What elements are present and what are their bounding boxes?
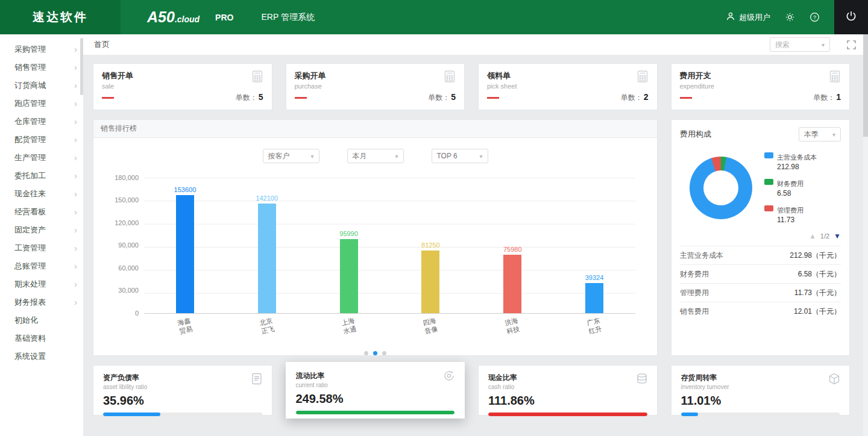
bar-haixin[interactable]: 153600 [163,186,207,313]
page-scrollbar[interactable] [863,34,868,436]
brand-suffix: .cloud [175,14,200,24]
sidebar-item-business-board[interactable]: 经营看板› [0,203,83,221]
main-area: 首页 搜索 ▾ 销售开单 sale [83,34,868,436]
chevron-right-icon: › [74,190,77,198]
legend-item[interactable]: 管理费用11.73 [764,204,817,224]
logout-power-button[interactable] [834,0,868,34]
bar-sihai[interactable]: 81250 [409,241,452,313]
sidebar-item-period-end[interactable]: 期末处理› [0,275,83,293]
x-axis-label: 洪海科技 [489,313,535,339]
expense-row[interactable]: 销售费用12.01（千元） [680,302,841,320]
accent-dash [295,97,307,99]
kpi-current-ratio[interactable]: 流动比率 current ratio 249.58% [286,362,465,419]
stat-card-expenditure[interactable]: 费用开支 expenditure 单数：1 [671,63,851,110]
pager-up-icon[interactable]: ▲ [809,232,816,240]
bar-rect [258,204,276,313]
calculator-icon [251,70,264,86]
bar-beijing[interactable]: 142100 [245,195,289,313]
y-axis-tick: 120,000 [115,219,139,226]
sidebar-item-store-run[interactable]: 跑店管理› [0,95,83,113]
brand-name: A50 [147,8,175,26]
user-name: 超级用户 [739,12,770,23]
filter-period-select[interactable]: 本月▾ [347,149,404,163]
header-actions: 超级用户 ? [726,0,868,34]
filter-by-customer-select[interactable]: 按客户▾ [263,149,319,163]
sidebar-item-production[interactable]: 生产管理› [0,149,83,167]
sidebar-item-sales[interactable]: 销售管理› [0,58,83,76]
help-icon[interactable]: ? [810,12,820,22]
donut-legend: 主营业务成本212.98 财务费用6.58 管理费用11.73 [764,151,817,224]
stat-card-pick-sheet[interactable]: 领料单 pick sheet 单数：2 [478,63,658,110]
cycle-arrow-icon [442,369,456,385]
stat-card-purchase[interactable]: 采购开单 purchase 单数：5 [286,63,465,110]
kpi-cash-ratio[interactable]: 现金比率 cash ratio 111.86% [478,365,658,416]
sidebar-item-purchase[interactable]: 采购管理› [0,40,83,58]
sidebar-item-order-mall[interactable]: 订货商城› [0,76,83,95]
chevron-right-icon: › [74,45,77,54]
user-menu[interactable]: 超级用户 [726,11,770,23]
breadcrumb-home-tab[interactable]: 首页 [94,39,110,50]
x-axis-label: 海鑫贸易 [162,313,208,339]
carousel-dot-3[interactable] [382,351,386,355]
chevron-down-icon: ▾ [395,153,398,160]
bar-shanghai[interactable]: 95990 [327,230,371,313]
accent-dash [487,97,499,99]
legend-item[interactable]: 财务费用6.58 [764,178,817,198]
sidebar-item-fixed-assets[interactable]: 固定资产› [0,221,83,239]
chevron-right-icon: › [74,135,77,144]
sidebar-item-initialization[interactable]: 初始化 [0,311,83,329]
sidebar-item-distribution[interactable]: 配货管理› [0,131,83,149]
legend-swatch [764,205,773,211]
chevron-right-icon: › [74,154,77,162]
edition-label: PRO [215,13,233,22]
y-axis-tick: 0 [135,310,139,317]
search-input[interactable]: 搜索 ▾ [770,37,830,52]
settings-gear-icon[interactable] [785,12,795,22]
sidebar-item-system-settings[interactable]: 系统设置 [0,347,83,366]
x-axis-labels: 海鑫贸易 北京正飞 上海水通 四海音像 洪海科技 广东红升 [144,318,635,335]
sidebar-item-outsourcing[interactable]: 委托加工› [0,167,83,185]
carousel-dot-2-active[interactable] [373,351,377,355]
stat-card-sale[interactable]: 销售开单 sale 单数：5 [93,63,272,110]
progress-fill [296,411,455,414]
kpi-asset-liability-ratio[interactable]: 资产负债率 asset libility ratio 35.96% [93,365,272,416]
sidebar-item-cash[interactable]: 现金往来› [0,185,83,203]
chevron-right-icon: › [74,280,77,288]
scrollbar-thumb[interactable] [863,34,868,137]
sidebar-item-base-data[interactable]: 基础资料 [0,329,83,347]
pager-down-icon[interactable]: ▼ [834,232,841,240]
doc-count: 单数：1 [813,92,841,103]
chevron-right-icon: › [74,117,77,126]
expense-row[interactable]: 管理费用11.73（千元） [680,283,841,302]
expense-row[interactable]: 财务费用6.58（千元） [680,264,841,283]
progress-track [103,413,262,416]
doc-count: 单数：2 [621,92,649,103]
sidebar-item-warehouse[interactable]: 仓库管理› [0,113,83,131]
kpi-inventory-turnover[interactable]: 存货周转率 inventory turnover 11.01% [671,365,851,416]
expense-row[interactable]: 主营业务成本212.98（千元） [680,246,841,264]
period-select[interactable]: 本季▾ [799,127,841,142]
bar-value-label: 153600 [174,186,197,193]
y-axis-tick: 180,000 [115,174,139,181]
bar-guangdong[interactable]: 39324 [573,274,616,313]
carousel-dot-1[interactable] [364,351,368,355]
company-logo: 速达软件 [0,0,121,34]
doc-count: 单数：5 [428,92,456,103]
filter-top-n-select[interactable]: TOP 6▾ [432,149,488,163]
chevron-down-icon: ▾ [822,42,825,48]
dashboard-content: 销售开单 sale 单数：5 采购开单 purchase [83,55,868,436]
fullscreen-icon[interactable] [847,40,856,49]
power-icon [845,10,857,25]
sidebar-item-financial-reports[interactable]: 财务报表› [0,293,83,311]
breadcrumb-bar: 首页 搜索 ▾ [83,34,868,55]
bar-honghai[interactable]: 75980 [491,246,534,313]
x-axis-label: 北京正飞 [244,313,290,339]
legend-item[interactable]: 主营业务成本212.98 [764,151,817,171]
progress-fill [488,413,647,416]
progress-track [296,411,455,414]
product-brand: A50 .cloud [147,8,200,26]
chevron-down-icon: ▾ [310,153,313,160]
sidebar-item-general-ledger[interactable]: 总账管理› [0,257,83,275]
bar-rect [585,283,603,313]
sidebar-item-payroll[interactable]: 工资管理› [0,239,83,257]
